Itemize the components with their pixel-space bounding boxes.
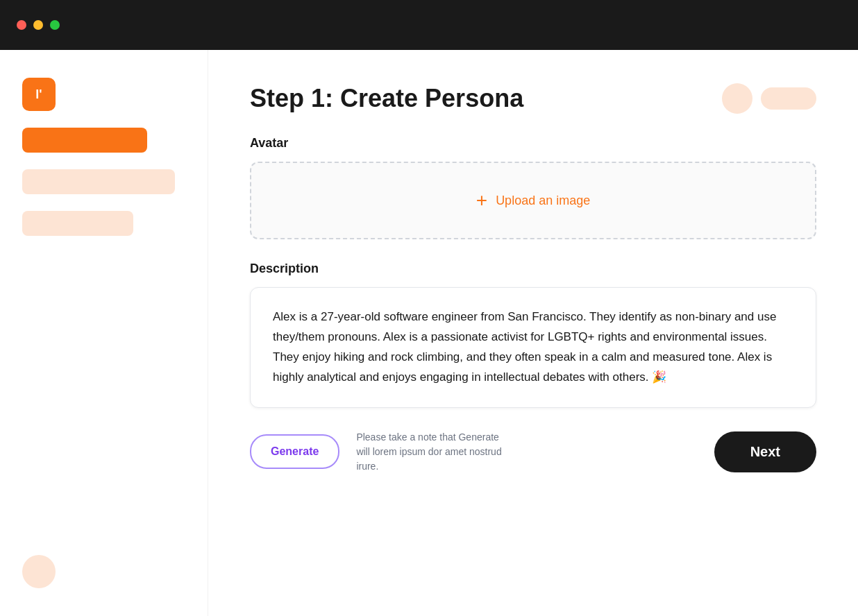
description-box: Alex is a 27-year-old software engineer …	[250, 287, 816, 408]
upload-text: Upload an image	[496, 194, 590, 208]
description-section-label: Description	[250, 262, 816, 276]
sidebar-spacer	[22, 253, 185, 538]
sidebar-nav-item-3[interactable]	[22, 211, 133, 236]
header-pill	[761, 87, 816, 110]
avatar-section: Avatar + Upload an image	[250, 136, 816, 239]
maximize-dot[interactable]	[50, 20, 60, 30]
avatar-upload-area[interactable]: + Upload an image	[250, 162, 816, 239]
sidebar-logo: I'	[22, 78, 56, 111]
titlebar	[0, 0, 858, 50]
description-text: Alex is a 27-year-old software engineer …	[273, 307, 793, 388]
close-dot[interactable]	[17, 20, 26, 30]
sidebar-user-avatar[interactable]	[22, 555, 56, 588]
header-user-avatar[interactable]	[722, 83, 752, 114]
main-layout: I' Step 1: Create Persona Avatar + Uploa…	[0, 50, 858, 616]
next-button[interactable]: Next	[714, 431, 816, 472]
page-header: Step 1: Create Persona	[250, 83, 816, 114]
sidebar-nav-item-1[interactable]	[22, 128, 147, 153]
header-right	[722, 83, 816, 114]
avatar-section-label: Avatar	[250, 136, 816, 151]
bottom-bar: Generate Please take a note that Generat…	[250, 430, 816, 474]
main-content: Step 1: Create Persona Avatar + Upload a…	[208, 50, 858, 616]
generate-note: Please take a note that Generate will lo…	[356, 430, 509, 474]
generate-button[interactable]: Generate	[250, 434, 339, 469]
minimize-dot[interactable]	[33, 20, 43, 30]
page-title: Step 1: Create Persona	[250, 84, 523, 113]
upload-plus-icon: +	[476, 191, 487, 210]
sidebar: I'	[0, 50, 208, 616]
sidebar-nav-item-2[interactable]	[22, 169, 175, 194]
description-section: Description Alex is a 27-year-old softwa…	[250, 262, 816, 408]
